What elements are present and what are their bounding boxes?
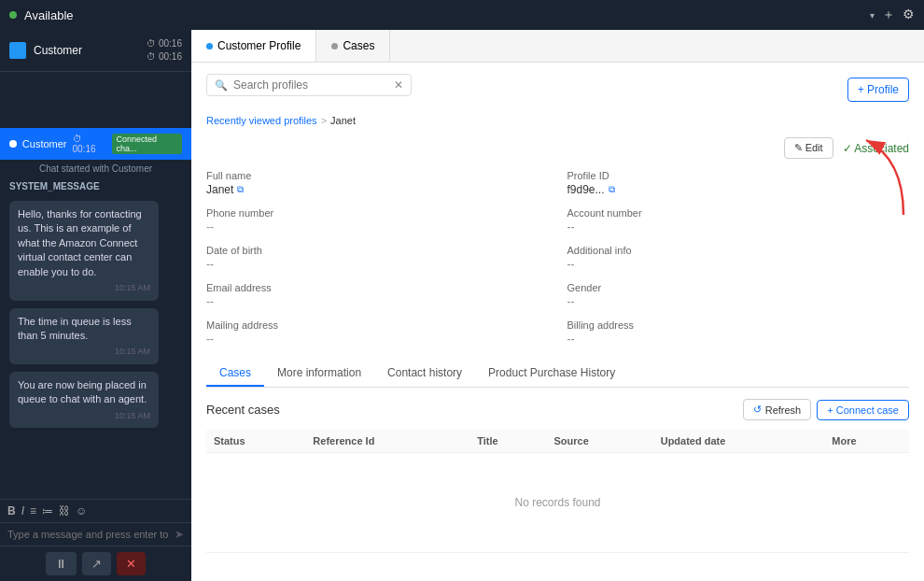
contact-times: ⏱00:16 ⏱00:16 xyxy=(147,37,182,64)
field-full-name: Full name Janet ⧉ xyxy=(206,170,549,196)
no-records-cell: No records found xyxy=(206,453,909,553)
col-status: Status xyxy=(206,430,305,453)
profile-content: 🔍 ✕ + Profile Recently viewed profiles >… xyxy=(191,63,924,581)
field-gender: Gender -- xyxy=(567,282,910,308)
tab-dot-cases xyxy=(331,43,338,50)
field-additional-info: Additional info -- xyxy=(567,245,910,271)
top-bar: Available ▾ ＋ ⚙ xyxy=(0,0,924,30)
breadcrumb-current: Janet xyxy=(330,115,356,126)
search-input[interactable] xyxy=(233,78,388,92)
field-profile-id: Profile ID f9d9e... ⧉ xyxy=(567,170,910,196)
end-call-button[interactable]: ✕ xyxy=(117,552,146,575)
field-account-number: Account number -- xyxy=(567,207,910,234)
tab-dot-profile xyxy=(206,43,213,50)
profile-header-row: ✎ Edit ✓ Associated xyxy=(206,137,909,159)
add-profile-button[interactable]: + Profile xyxy=(847,78,909,102)
chat-timer: ⏱ 00:16 xyxy=(73,134,107,154)
search-icon: 🔍 xyxy=(215,79,228,92)
edit-profile-button[interactable]: ✎ Edit xyxy=(784,137,833,159)
content-tabs: Customer Profile Cases xyxy=(191,30,924,63)
cases-title: Recent cases xyxy=(206,403,280,417)
bullet-list-icon[interactable]: ≡ xyxy=(30,504,36,517)
bold-icon[interactable]: B xyxy=(7,504,16,517)
field-phone-number: Phone number -- xyxy=(206,207,549,234)
transfer-button[interactable]: ↗ xyxy=(82,552,111,575)
status-dot xyxy=(9,11,17,19)
hold-button[interactable]: ⏸ xyxy=(46,552,77,575)
chat-messages: Hello, thanks for contacting us. This is… xyxy=(0,195,191,499)
col-source: Source xyxy=(546,430,652,453)
search-bar[interactable]: 🔍 ✕ xyxy=(206,74,412,96)
chat-subheader: Chat started with Customer xyxy=(0,160,191,177)
sidebar-contact-item[interactable]: Customer ⏱00:16 ⏱00:16 xyxy=(0,30,191,72)
cases-section: Recent cases ↺ Refresh + Connect case xyxy=(206,399,909,553)
chat-toolbar: B I ≡ ≔ ⛓ ☺ xyxy=(0,499,191,522)
col-title: Title xyxy=(469,430,546,453)
tab-product-purchase-history[interactable]: Product Purchase History xyxy=(475,361,628,387)
content-area: Customer Profile Cases 🔍 ✕ + Profile xyxy=(191,30,924,581)
chat-actions: ⏸ ↗ ✕ xyxy=(0,546,191,581)
col-reference-id: Reference Id xyxy=(305,430,469,453)
profile-fields: Full name Janet ⧉ Profile ID f9d9e... ⧉ xyxy=(206,170,909,346)
cases-table-head: Status Reference Id Title Source Updated… xyxy=(206,430,909,453)
sidebar: Customer ⏱00:16 ⏱00:16 Customer ⏱ 00:16 … xyxy=(0,30,191,581)
cases-actions: ↺ Refresh + Connect case xyxy=(743,399,909,420)
chat-input[interactable] xyxy=(7,529,171,540)
field-mailing-address: Mailing address -- xyxy=(206,319,549,346)
col-updated-date: Updated date xyxy=(653,430,825,453)
tab-more-information[interactable]: More information xyxy=(264,361,374,387)
breadcrumb-separator: > xyxy=(321,115,327,126)
breadcrumb-link[interactable]: Recently viewed profiles xyxy=(206,115,317,126)
tab-cases-section[interactable]: Cases xyxy=(206,361,264,387)
chevron-down-icon[interactable]: ▾ xyxy=(870,10,875,21)
system-message-label: SYSTEM_MESSAGE xyxy=(0,177,191,195)
col-more: More xyxy=(824,430,909,453)
copy-fullname-icon[interactable]: ⧉ xyxy=(237,184,244,195)
chat-time-1: 10:15 AM xyxy=(18,282,150,294)
status-label: Available xyxy=(24,8,862,22)
refresh-button[interactable]: ↺ Refresh xyxy=(743,399,812,420)
main-layout: Customer ⏱00:16 ⏱00:16 Customer ⏱ 00:16 … xyxy=(0,30,924,581)
chat-status-dot xyxy=(9,140,17,148)
cases-table: Status Reference Id Title Source Updated… xyxy=(206,430,909,553)
section-tabs: Cases More information Contact history P… xyxy=(206,361,909,388)
chat-bubble-1: Hello, thanks for contacting us. This is… xyxy=(9,201,159,301)
cases-header: Recent cases ↺ Refresh + Connect case xyxy=(206,399,909,420)
clock-icon: ⏱ xyxy=(147,37,156,50)
associated-badge: ✓ Associated xyxy=(843,142,909,155)
chat-contact-name: Customer xyxy=(22,138,67,149)
plus-icon[interactable]: ＋ xyxy=(882,7,895,23)
chat-time-2: 10:15 AM xyxy=(18,346,150,358)
chat-bubble-3: You are now being placed in queue to cha… xyxy=(9,372,159,428)
no-records-message: No records found xyxy=(214,459,902,546)
copy-profileid-icon[interactable]: ⧉ xyxy=(609,184,615,195)
field-date-of-birth: Date of birth -- xyxy=(206,245,549,271)
tab-cases[interactable]: Cases xyxy=(316,30,390,62)
refresh-icon: ↺ xyxy=(753,404,762,416)
contact-name: Customer xyxy=(34,44,139,57)
italic-icon[interactable]: I xyxy=(21,504,24,517)
chat-input-area[interactable]: ➤ xyxy=(0,522,191,546)
field-email-address: Email address -- xyxy=(206,282,549,308)
tab-customer-profile[interactable]: Customer Profile xyxy=(191,30,316,62)
chat-time-3: 10:15 AM xyxy=(18,410,150,422)
field-billing-address: Billing address -- xyxy=(567,319,910,346)
breadcrumb: Recently viewed profiles > Janet xyxy=(206,115,909,126)
top-bar-icons: ＋ ⚙ xyxy=(882,7,915,23)
tab-contact-history[interactable]: Contact history xyxy=(374,361,475,387)
gear-icon[interactable]: ⚙ xyxy=(903,7,915,23)
emoji-icon[interactable]: ☺ xyxy=(76,504,87,517)
cases-table-body: No records found xyxy=(206,453,909,553)
chat-status-badge: Connected cha... xyxy=(112,134,182,154)
timer-icon: ⏱ xyxy=(147,50,156,64)
connect-case-button[interactable]: + Connect case xyxy=(817,400,909,420)
chat-header: Customer ⏱ 00:16 Connected cha... xyxy=(0,128,191,160)
send-icon[interactable]: ➤ xyxy=(175,528,184,541)
numbered-list-icon[interactable]: ≔ xyxy=(42,504,53,517)
clear-search-icon[interactable]: ✕ xyxy=(394,78,403,92)
profile-actions-group: ✎ Edit ✓ Associated xyxy=(784,137,909,159)
contact-icon xyxy=(9,42,26,59)
link-icon[interactable]: ⛓ xyxy=(59,504,70,517)
chat-bubble-2: The time in queue is less than 5 minutes… xyxy=(9,308,159,364)
